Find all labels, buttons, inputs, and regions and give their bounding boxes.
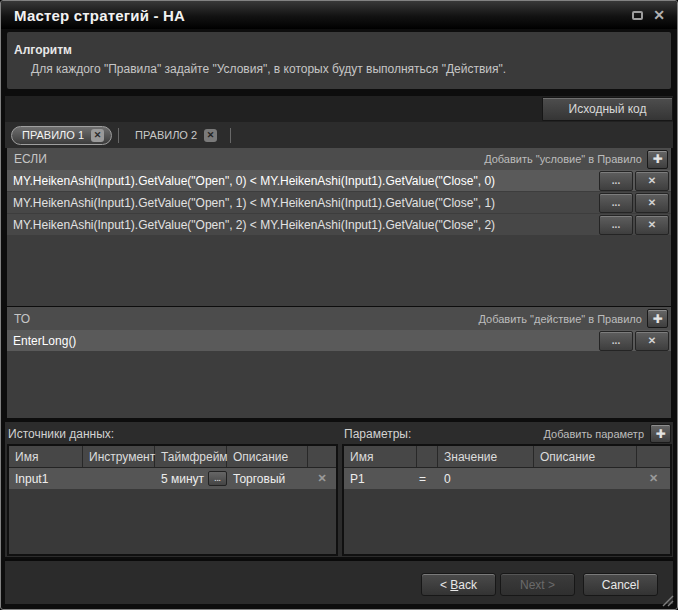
condition-edit-button[interactable]: ... [599, 193, 633, 213]
condition-remove-button[interactable]: ✕ [635, 215, 669, 235]
timeframe-edit-button[interactable]: ... [208, 471, 227, 486]
rule-panel: ЕСЛИ Добавить "условие" в Правило ✚ MY.H… [5, 148, 673, 420]
action-edit-button[interactable]: ... [599, 331, 633, 351]
column-header-name: Имя [344, 446, 417, 467]
ellipsis-icon: ... [612, 175, 620, 186]
datasources-table-header: Имя Инструмент Таймфрейм Описание [9, 446, 336, 468]
ellipsis-icon: ... [612, 335, 620, 346]
column-header-instrument: Инструмент [83, 446, 155, 467]
close-icon[interactable]: ✕ [653, 8, 665, 22]
column-header-actions [637, 446, 670, 467]
source-code-row: Исходный код [5, 96, 673, 122]
condition-row[interactable]: MY.HeikenAshi(Input1).GetValue("Open", 1… [7, 192, 671, 213]
maximize-icon[interactable] [632, 11, 643, 20]
condition-row[interactable]: MY.HeikenAshi(Input1).GetValue("Open", 0… [7, 170, 671, 191]
back-button[interactable]: < Back [421, 573, 496, 596]
timeframe-value: 5 минут [161, 472, 204, 486]
algorithm-description: Для каждого "Правила" задайте "Условия",… [31, 62, 506, 76]
then-section-header: ТО Добавить "действие" в Правило ✚ [7, 307, 671, 330]
condition-remove-button[interactable]: ✕ [635, 171, 669, 191]
add-action-label: Добавить "действие" в Правило [478, 313, 642, 325]
datasources-table: Имя Инструмент Таймфрейм Описание Input1… [7, 444, 338, 556]
parameters-table: Имя Значение Описание P1 = 0 ✕ [342, 444, 672, 556]
window-title: Мастер стратегий - НА [14, 7, 632, 24]
parameters-label: Параметры: [344, 427, 411, 441]
datasources-label: Источники данных: [8, 427, 114, 441]
titlebar-controls: ✕ [632, 8, 665, 22]
close-icon: ✕ [648, 175, 656, 186]
back-pre: < [440, 578, 450, 592]
lower-section: Источники данных: Параметры: Добавить па… [5, 422, 673, 557]
actions-list: EnterLong() ... ✕ [7, 330, 671, 418]
wizard-footer: < Back Next > Cancel [5, 559, 673, 604]
condition-row[interactable]: MY.HeikenAshi(Input1).GetValue("Open", 2… [7, 214, 671, 235]
back-rest: ack [458, 578, 477, 592]
parameter-name: P1 [344, 468, 417, 489]
datasource-remove-icon[interactable]: ✕ [317, 472, 326, 485]
close-icon: ✕ [648, 197, 656, 208]
condition-text: MY.HeikenAshi(Input1).GetValue("Open", 0… [13, 174, 599, 188]
parameter-row[interactable]: P1 = 0 ✕ [344, 468, 670, 489]
algorithm-panel: Алгоритм Для каждого "Правила" задайте "… [7, 32, 671, 89]
algorithm-heading: Алгоритм [14, 43, 72, 57]
column-header-timeframe: Таймфрейм [155, 446, 227, 467]
parameter-remove-icon[interactable]: ✕ [649, 472, 658, 485]
datasource-row[interactable]: Input1 5 минут ... Торговый ✕ [9, 468, 336, 489]
source-code-button[interactable]: Исходный код [542, 97, 673, 121]
plus-icon: ✚ [652, 312, 662, 326]
add-action-button[interactable]: ✚ [647, 309, 668, 328]
datasource-description: Торговый [227, 468, 308, 489]
condition-edit-button[interactable]: ... [599, 215, 633, 235]
column-header-actions [308, 446, 336, 467]
action-row[interactable]: EnterLong() ... ✕ [7, 330, 671, 351]
strategy-wizard-window: Мастер стратегий - НА ✕ Алгоритм Для каж… [0, 0, 678, 610]
add-parameter-button[interactable]: ✚ [650, 424, 671, 443]
if-title: ЕСЛИ [14, 152, 484, 166]
parameter-actions: ✕ [637, 468, 670, 489]
datasource-instrument [83, 468, 155, 489]
tab-rule-1-label: ПРАВИЛО 1 [22, 129, 84, 141]
ellipsis-icon: ... [612, 197, 620, 208]
rule-tabs: ПРАВИЛО 1 ✕ ПРАВИЛО 2 ✕ [5, 122, 673, 148]
then-title: ТО [14, 312, 478, 326]
datasource-actions: ✕ [308, 468, 336, 489]
condition-remove-button[interactable]: ✕ [635, 193, 669, 213]
action-text: EnterLong() [13, 334, 599, 348]
tab-separator [230, 128, 231, 143]
ellipsis-icon: ... [214, 474, 221, 483]
close-icon: ✕ [648, 335, 656, 346]
column-header-description: Описание [534, 446, 637, 467]
parameter-description [534, 468, 637, 489]
condition-edit-button[interactable]: ... [599, 171, 633, 191]
tab-rule-2-label: ПРАВИЛО 2 [135, 129, 197, 141]
datasource-timeframe: 5 минут ... [155, 468, 227, 489]
add-condition-label: Добавить "условие" в Правило [484, 153, 642, 165]
titlebar[interactable]: Мастер стратегий - НА ✕ [1, 1, 677, 29]
parameter-equals: = [417, 468, 438, 489]
ellipsis-icon: ... [612, 219, 620, 230]
conditions-list: MY.HeikenAshi(Input1).GetValue("Open", 0… [7, 170, 671, 306]
next-button[interactable]: Next > [500, 573, 575, 596]
add-parameter-label: Добавить параметр [544, 428, 644, 440]
parameter-value: 0 [438, 468, 534, 489]
column-header-equals [417, 446, 438, 467]
condition-text: MY.HeikenAshi(Input1).GetValue("Open", 1… [13, 196, 599, 210]
tab-rule-2[interactable]: ПРАВИЛО 2 ✕ [125, 126, 224, 145]
tab-rule-1[interactable]: ПРАВИЛО 1 ✕ [11, 126, 112, 145]
tab-rule-1-close-icon[interactable]: ✕ [91, 129, 104, 142]
resize-grip[interactable] [660, 593, 674, 607]
column-header-value: Значение [438, 446, 534, 467]
cancel-button[interactable]: Cancel [583, 573, 658, 596]
plus-icon: ✚ [652, 152, 662, 166]
if-section-header: ЕСЛИ Добавить "условие" в Правило ✚ [7, 148, 671, 170]
tab-rule-2-close-icon[interactable]: ✕ [204, 129, 217, 142]
datasource-name: Input1 [9, 468, 83, 489]
condition-text: MY.HeikenAshi(Input1).GetValue("Open", 2… [13, 218, 599, 232]
add-condition-button[interactable]: ✚ [647, 150, 668, 169]
column-header-name: Имя [9, 446, 83, 467]
action-remove-button[interactable]: ✕ [635, 331, 669, 351]
close-icon: ✕ [648, 219, 656, 230]
tab-separator [118, 128, 119, 143]
plus-icon: ✚ [655, 427, 665, 441]
column-header-description: Описание [227, 446, 308, 467]
